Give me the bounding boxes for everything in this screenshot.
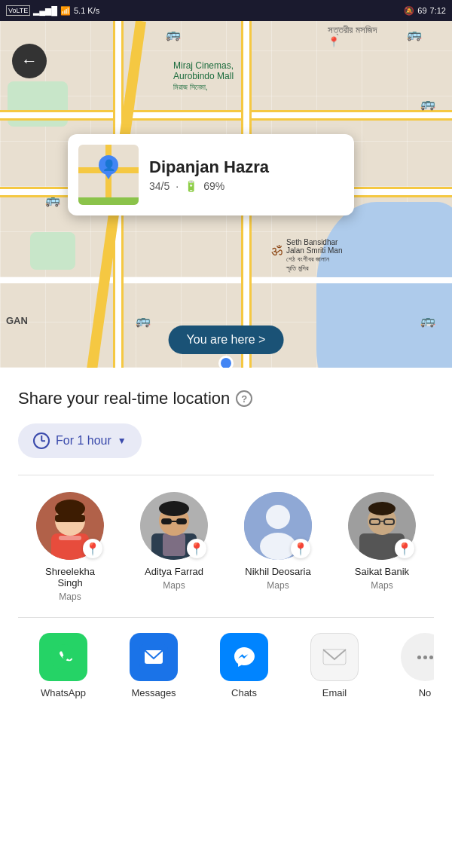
thumb-green bbox=[78, 197, 139, 205]
help-icon[interactable]: ? bbox=[236, 390, 252, 407]
contact-aditya[interactable]: 📍 Aditya Farrad Maps bbox=[140, 492, 208, 602]
status-left: VoLTE ▂▄▆█ 📶 5.1 K/s bbox=[6, 5, 99, 16]
svg-rect-12 bbox=[161, 518, 172, 524]
road-h1-inner bbox=[0, 112, 452, 118]
contact-name-aditya: Aditya Farrad bbox=[145, 566, 203, 577]
speed-label: 5.1 K/s bbox=[74, 6, 99, 15]
duration-label: For 1 hour bbox=[56, 434, 111, 448]
thumb-person-icon: 👤 bbox=[102, 159, 115, 171]
chats-label: Chats bbox=[231, 687, 257, 698]
maps-badge-nikhil: 📍 bbox=[291, 539, 310, 558]
whatsapp-label: WhatsApp bbox=[41, 687, 86, 698]
maps-pin-icon-nikhil: 📍 bbox=[293, 542, 308, 556]
contact-saikat[interactable]: 📍 Saikat Banik Maps bbox=[348, 492, 416, 602]
share-title-container: Share your real-time location ? bbox=[18, 389, 434, 408]
person-details: 34/5 · 🔋 69% bbox=[149, 180, 339, 192]
app-chats[interactable]: Chats bbox=[199, 633, 289, 698]
avatar-wrap-nikhil: 📍 bbox=[244, 492, 312, 560]
maps-pin-icon-aditya: 📍 bbox=[189, 542, 204, 556]
you-are-here-label: You are here > bbox=[187, 333, 266, 347]
bus-icon-3: 🚌 bbox=[420, 96, 435, 111]
contact-name-nikhil: Nikhil Deosaria bbox=[245, 566, 310, 577]
road-h3 bbox=[0, 277, 452, 283]
email-icon bbox=[310, 633, 359, 681]
app-email[interactable]: Email bbox=[289, 633, 380, 698]
location-dot bbox=[218, 356, 234, 368]
contact-sub-saikat: Maps bbox=[371, 580, 392, 591]
back-arrow-icon: ← bbox=[21, 53, 38, 69]
map-label-cinemas: Miraj Cinemas,Aurobindo Mallমিরাজ সিনেমা… bbox=[173, 60, 234, 92]
thumb-pin: 👤 bbox=[99, 155, 118, 175]
water-area bbox=[316, 202, 452, 368]
location-info-card[interactable]: 👤 Dipanjan Hazra 34/5 · 🔋 69% bbox=[68, 134, 354, 215]
more-label: No bbox=[419, 687, 432, 698]
contact-sub-aditya: Maps bbox=[163, 580, 185, 591]
app-more[interactable]: No bbox=[380, 633, 434, 698]
maps-pin-icon-shreelekha: 📍 bbox=[85, 542, 100, 556]
svg-rect-13 bbox=[176, 518, 187, 524]
contact-sub-nikhil: Maps bbox=[267, 580, 289, 591]
maps-badge-aditya: 📍 bbox=[187, 539, 206, 558]
bus-icon-4: 🚌 bbox=[45, 193, 60, 207]
more-icon bbox=[401, 633, 434, 681]
divider-1 bbox=[18, 475, 434, 475]
top-location: সত্তরীর মসজিদ📍 bbox=[328, 24, 377, 47]
messages-icon bbox=[130, 633, 178, 681]
dot-1 bbox=[417, 656, 421, 659]
svg-rect-9 bbox=[163, 533, 185, 556]
whatsapp-icon bbox=[39, 633, 87, 681]
contact-name-saikat: Saikat Banik bbox=[355, 566, 409, 577]
chats-icon bbox=[220, 633, 268, 681]
battery-percent: 69% bbox=[203, 180, 224, 192]
battery-icon: 🔋 bbox=[185, 180, 197, 192]
rating: 34/5 bbox=[149, 180, 170, 192]
bus-icon-6: 🚌 bbox=[136, 313, 151, 328]
dot-2 bbox=[423, 656, 427, 659]
bus-icon-5: 🚌 bbox=[420, 313, 435, 328]
svg-point-11 bbox=[159, 501, 189, 516]
map-label-seth: Seth BansidharJalan Smriti Manশেঠ বংশীধর… bbox=[286, 238, 342, 273]
share-title-text: Share your real-time location bbox=[18, 389, 230, 408]
card-thumbnail: 👤 bbox=[78, 145, 139, 205]
card-info: Dipanjan Hazra 34/5 · 🔋 69% bbox=[149, 157, 339, 192]
svg-rect-6 bbox=[59, 536, 81, 540]
separator: · bbox=[176, 180, 179, 192]
carrier-label: VoLTE bbox=[6, 5, 30, 16]
duration-selector[interactable]: For 1 hour ▼ bbox=[18, 423, 142, 458]
bottom-sheet: Share your real-time location ? For 1 ho… bbox=[0, 368, 452, 711]
back-button[interactable]: ← bbox=[12, 44, 47, 78]
messages-label: Messages bbox=[131, 687, 176, 698]
mute-icon: 🔕 bbox=[404, 6, 414, 16]
dot-3 bbox=[429, 656, 433, 659]
maps-badge-shreelekha: 📍 bbox=[83, 539, 102, 558]
contact-sub-shreelekha: Maps bbox=[59, 591, 81, 602]
map-area: Miraj Cinemas,Aurobindo Mallমিরাজ সিনেমা… bbox=[0, 21, 452, 368]
clock-icon bbox=[33, 432, 50, 449]
time-label: 7:12 bbox=[430, 6, 446, 15]
contacts-row: 📍 Shreelekha Singh Maps bbox=[18, 492, 434, 617]
contact-name-shreelekha: Shreelekha Singh bbox=[36, 566, 104, 588]
dropdown-arrow-icon: ▼ bbox=[118, 436, 127, 446]
bus-icon-2: 🚌 bbox=[407, 27, 422, 41]
avatar-wrap-aditya: 📍 bbox=[140, 492, 208, 560]
status-right: 🔕 69 7:12 bbox=[404, 6, 446, 16]
app-whatsapp[interactable]: WhatsApp bbox=[18, 633, 108, 698]
svg-point-25 bbox=[50, 644, 76, 670]
contact-shreelekha[interactable]: 📍 Shreelekha Singh Maps bbox=[36, 492, 104, 602]
you-are-here-button[interactable]: You are here > bbox=[169, 326, 284, 354]
svg-point-16 bbox=[266, 505, 290, 529]
maps-pin-icon-saikat: 📍 bbox=[397, 542, 412, 556]
bus-icon-1: 🚌 bbox=[166, 27, 181, 41]
park-area-2 bbox=[30, 232, 75, 270]
map-label-gan: GAN bbox=[6, 315, 28, 326]
signal-bars: ▂▄▆█ bbox=[33, 6, 57, 16]
avatar-wrap-shreelekha: 📍 bbox=[36, 492, 104, 560]
maps-badge-saikat: 📍 bbox=[395, 539, 414, 558]
contact-nikhil[interactable]: 📍 Nikhil Deosaria Maps bbox=[244, 492, 312, 602]
om-symbol: ॐ bbox=[271, 243, 282, 259]
wifi-icon: 📶 bbox=[60, 6, 71, 16]
avatar-wrap-saikat: 📍 bbox=[348, 492, 416, 560]
person-name: Dipanjan Hazra bbox=[149, 157, 339, 177]
app-messages[interactable]: Messages bbox=[108, 633, 199, 698]
status-bar: VoLTE ▂▄▆█ 📶 5.1 K/s 🔕 69 7:12 bbox=[0, 0, 452, 21]
